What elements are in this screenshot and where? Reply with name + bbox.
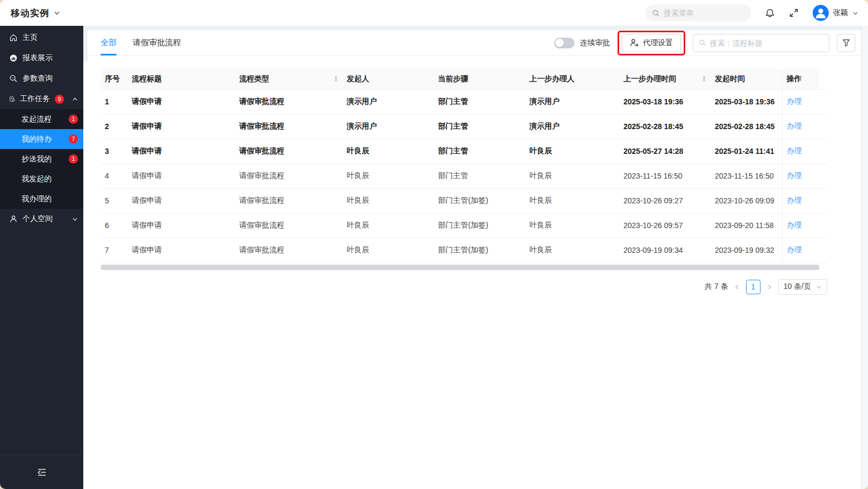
menu-search[interactable] (645, 4, 751, 22)
sort-icon[interactable]: ▲▼ (334, 76, 338, 82)
col-header-start-time: 发起时间 (711, 69, 782, 89)
tab-all[interactable]: 全部 (101, 30, 117, 55)
funnel-icon (842, 38, 851, 47)
page-number-1[interactable]: 1 (746, 280, 761, 294)
table-row[interactable]: 5请假申请请假审批流程叶良辰部门主管(加签)叶良辰2023-10-26 09:2… (101, 188, 827, 213)
app-title[interactable]: 移动实例 (11, 7, 49, 19)
user-name: 张颖 (833, 8, 848, 18)
toggle-knob (555, 39, 564, 47)
tab-leave-approval-process[interactable]: 请假审批流程 (133, 30, 181, 55)
handle-link[interactable]: 办理 (787, 245, 802, 254)
main-content: 全部 请假审批流程 连续审批 代理设置 (83, 26, 868, 489)
prev-page-button[interactable] (733, 284, 741, 290)
table-row[interactable]: 3请假申请请假审批流程叶良辰部门主管叶良辰2025-05-27 14:28202… (101, 139, 827, 164)
menu-search-input[interactable] (664, 9, 744, 17)
sidebar-item-label: 报表展示 (23, 53, 53, 63)
app-window: 移动实例 张颖 (0, 0, 868, 489)
sidebar-item-label: 我办理的 (21, 194, 52, 204)
sidebar-item-label: 个人空间 (23, 214, 53, 224)
col-header-initiator: 发起人 (342, 69, 434, 89)
sidebar-item-label: 发起流程 (21, 115, 52, 124)
flow-title-search-input[interactable] (710, 39, 823, 47)
chevron-up-icon (72, 96, 78, 102)
person-icon (9, 215, 18, 223)
chevron-right-icon (766, 284, 772, 290)
col-header-title: 流程标题 (127, 69, 235, 89)
search-icon (652, 9, 660, 17)
sidebar-item-label: 主页 (23, 33, 38, 42)
col-header-action: 操作 (782, 69, 818, 89)
col-header-prev-time: 上一步办理时间▲▼ (619, 69, 711, 89)
table-row[interactable]: 4请假申请请假审批流程叶良辰部门主管叶良辰2023-11-15 16:50202… (101, 164, 827, 188)
sidebar-item-my-todo[interactable]: 我的待办 7 (0, 129, 83, 149)
total-count: 共 7 条 (705, 282, 728, 292)
task-table-zone: 序号 流程标题 流程类型▲▼ 发起人 当前步骤 上一步办理人 上一步办理时间▲▼ (101, 69, 827, 295)
chevron-down-icon (72, 216, 78, 222)
table-row[interactable]: 6请假申请请假审批流程叶良辰部门主管(加签)叶良辰2023-10-26 09:5… (101, 213, 827, 238)
horizontal-scrollbar (101, 265, 827, 270)
continuous-approval-label: 连续审批 (580, 38, 610, 48)
task-document-icon (9, 95, 15, 103)
agent-settings-button[interactable]: 代理设置 (622, 34, 681, 52)
col-header-step: 当前步骤 (434, 69, 525, 89)
page-scrollbar[interactable] (861, 26, 868, 489)
top-gutter (83, 26, 868, 30)
col-header-no: 序号 (101, 69, 127, 89)
chevron-left-icon (734, 284, 740, 290)
search-icon (699, 39, 706, 47)
query-search-icon (9, 74, 18, 83)
sidebar-item-home[interactable]: 主页 (0, 27, 83, 48)
table-header-row: 序号 流程标题 流程类型▲▼ 发起人 当前步骤 上一步办理人 上一步办理时间▲▼ (101, 69, 827, 89)
handle-link[interactable]: 办理 (787, 196, 802, 204)
horizontal-scrollbar-thumb[interactable] (101, 265, 820, 270)
pagination: 共 7 条 1 10 条/页 (101, 279, 827, 295)
topbar: 移动实例 张颖 (0, 0, 868, 26)
cc-to-me-badge: 1 (69, 154, 78, 164)
handle-link[interactable]: 办理 (787, 122, 802, 130)
sidebar-item-label: 我的待办 (21, 134, 52, 144)
sidebar-item-handled-by-me[interactable]: 我办理的 (0, 189, 83, 209)
sidebar-item-label: 参数查询 (23, 74, 53, 83)
sidebar-item-parameter-query[interactable]: 参数查询 (0, 68, 83, 89)
continuous-approval-toggle[interactable] (554, 38, 575, 48)
user-menu[interactable]: 张颖 (813, 5, 858, 21)
page-size-select[interactable]: 10 条/页 (778, 279, 827, 295)
sidebar-item-cc-to-me[interactable]: 抄送我的 1 (0, 149, 83, 169)
page-size-value: 10 条/页 (784, 282, 811, 292)
sidebar-item-label: 抄送我的 (21, 154, 52, 164)
sidebar-item-work-tasks[interactable]: 工作任务 9 (0, 89, 83, 109)
agent-settings-label: 代理设置 (643, 38, 673, 48)
filter-button[interactable] (837, 34, 855, 52)
sidebar-item-personal-space[interactable]: 个人空间 (0, 209, 83, 229)
tab-toolbar: 全部 请假审批流程 连续审批 代理设置 (88, 30, 868, 56)
sidebar-item-start-process[interactable]: 发起流程 1 (0, 109, 83, 129)
handle-link[interactable]: 办理 (787, 146, 802, 155)
task-table: 序号 流程标题 流程类型▲▼ 发起人 当前步骤 上一步办理人 上一步办理时间▲▼ (101, 69, 827, 263)
next-page-button[interactable] (765, 284, 773, 290)
col-header-filler (818, 69, 827, 89)
table-row[interactable]: 2请假申请请假审批流程演示用户部门主管演示用户2025-02-28 18:452… (101, 114, 827, 139)
user-switch-icon (630, 38, 639, 47)
table-row[interactable]: 7请假申请请假审批流程叶良辰部门主管(加签)叶良辰2023-09-19 09:3… (101, 238, 827, 263)
app-title-chevron-down-icon[interactable] (54, 10, 60, 16)
handle-link[interactable]: 办理 (787, 171, 802, 180)
sidebar: 主页 报表展示 参数查询 工作任务 9 (0, 26, 83, 489)
flow-title-search[interactable] (693, 34, 829, 52)
user-chevron-down-icon (852, 10, 858, 16)
sort-icon[interactable]: ▲▼ (702, 76, 706, 82)
chevron-down-icon (816, 284, 822, 290)
sidebar-item-reports[interactable]: 报表展示 (0, 48, 83, 68)
sidebar-item-started-by-me[interactable]: 我发起的 (0, 169, 83, 189)
table-row[interactable]: 1请假申请请假审批流程演示用户部门主管演示用户2025-03-18 19:362… (101, 89, 827, 114)
sidebar-item-label: 我发起的 (21, 174, 52, 184)
handle-link[interactable]: 办理 (787, 97, 802, 105)
sidebar-item-label: 工作任务 (20, 94, 50, 104)
report-chart-icon (9, 54, 18, 62)
sidebar-collapse-button[interactable] (0, 455, 83, 489)
menu-fold-icon (37, 467, 47, 477)
notification-bell-icon[interactable] (765, 8, 775, 18)
my-todo-badge: 7 (69, 134, 78, 144)
start-process-badge: 1 (69, 115, 78, 124)
fullscreen-icon[interactable] (789, 8, 799, 18)
handle-link[interactable]: 办理 (787, 221, 802, 229)
